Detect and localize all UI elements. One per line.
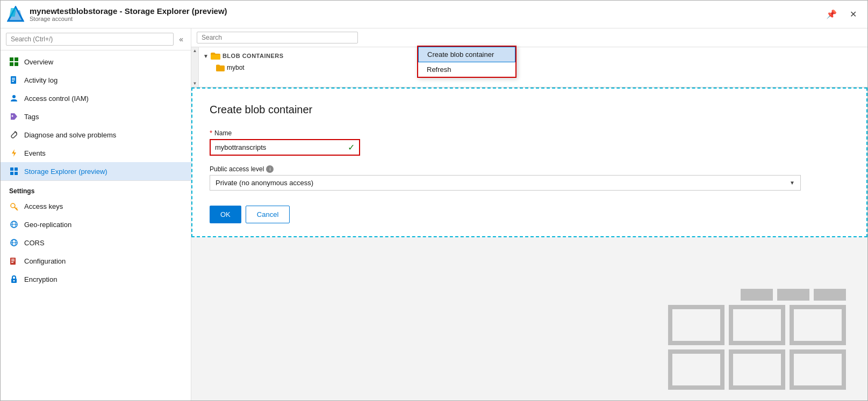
cancel-button[interactable]: Cancel (246, 206, 290, 223)
tree-collapse-arrow: ▼ (203, 53, 209, 59)
blob-containers-label: BLOB CONTAINERS (223, 53, 284, 59)
grid-cell-2 (729, 305, 785, 345)
dialog-title: Create blob container (210, 104, 849, 116)
top-bar-2 (777, 289, 809, 301)
svg-rect-18 (15, 172, 18, 175)
svg-rect-6 (15, 62, 18, 66)
tree-body: ▲ ▼ ▼ (191, 47, 867, 87)
sidebar-item-overview-label: Overview (24, 58, 53, 66)
sidebar-item-geo-replication-label: Geo-replication (24, 221, 71, 229)
title-bar: mynewtestblobstorage - Storage Explorer … (1, 1, 867, 28)
window-subtitle: Storage account (30, 16, 822, 22)
svg-marker-14 (12, 149, 16, 157)
pin-button[interactable]: 📌 (822, 7, 841, 21)
sidebar-item-configuration[interactable]: Configuration (1, 252, 191, 270)
title-bar-text: mynewtestblobstorage - Storage Explorer … (30, 6, 822, 22)
window-title: mynewtestblobstorage - Storage Explorer … (30, 6, 822, 16)
main-layout: « Overview (1, 28, 867, 400)
svg-point-11 (12, 95, 16, 98)
access-select-wrapper[interactable]: Private (no anonymous access) Blob (anon… (210, 175, 801, 191)
search-box: « (1, 28, 191, 50)
tree-nodes: ▼ BLOB CONTAINERS (199, 47, 867, 87)
svg-line-21 (16, 208, 17, 209)
sidebar-item-access-control-label: Access control (IAM) (24, 94, 89, 103)
name-input[interactable] (215, 143, 346, 151)
bolt-icon (9, 148, 19, 158)
name-label: * Name (210, 129, 849, 137)
ok-button[interactable]: OK (210, 206, 241, 223)
scroll-up-arrow[interactable]: ▲ (192, 47, 198, 54)
sidebar: « Overview (1, 28, 191, 400)
doc-icon (9, 75, 19, 85)
mybot-node[interactable]: mybot (199, 62, 867, 73)
svg-rect-32 (11, 262, 13, 263)
bottom-illustration-area (191, 237, 867, 400)
scroll-down-arrow[interactable]: ▼ (192, 80, 198, 87)
sidebar-item-storage-explorer[interactable]: Storage Explorer (preview) (1, 162, 191, 180)
search-input[interactable] (6, 33, 174, 46)
grid-illustration (668, 289, 846, 390)
grid-cell-3 (790, 305, 846, 345)
context-menu-item-create-blob[interactable]: Create blob container (418, 47, 515, 62)
svg-rect-5 (10, 62, 13, 66)
grid-cell-5 (729, 349, 785, 390)
sidebar-item-storage-explorer-label: Storage Explorer (preview) (24, 167, 107, 176)
access-label-text: Public access level (210, 165, 264, 173)
context-menu-item-refresh[interactable]: Refresh (418, 62, 515, 77)
key-icon (9, 201, 19, 211)
app-window: mynewtestblobstorage - Storage Explorer … (0, 0, 868, 401)
svg-rect-15 (10, 167, 13, 171)
sidebar-item-tags-label: Tags (24, 113, 39, 121)
access-select[interactable]: Private (no anonymous access) Blob (anon… (216, 179, 790, 187)
tree-search-input[interactable] (197, 32, 358, 43)
sidebar-item-activity-log[interactable]: Activity log (1, 71, 191, 89)
close-button[interactable]: ✕ (845, 7, 861, 21)
svg-point-34 (13, 280, 15, 282)
valid-checkmark-icon: ✓ (348, 142, 355, 152)
sidebar-item-cors[interactable]: CORS (1, 234, 191, 252)
grid-icon (9, 57, 19, 67)
top-bar-row (741, 289, 846, 301)
sidebar-item-diagnose[interactable]: Diagnose and solve problems (1, 126, 191, 144)
sidebar-item-encryption[interactable]: Encryption (1, 270, 191, 288)
sidebar-item-events[interactable]: Events (1, 144, 191, 162)
svg-rect-17 (10, 172, 13, 175)
select-dropdown-icon: ▼ (790, 180, 795, 186)
sidebar-item-geo-replication[interactable]: Geo-replication (1, 215, 191, 234)
nav-items: Overview Activity log (1, 50, 191, 400)
sidebar-item-tags[interactable]: Tags (1, 107, 191, 126)
sidebar-item-access-keys[interactable]: Access keys (1, 197, 191, 215)
grid-cell-1 (668, 305, 724, 345)
svg-rect-4 (15, 57, 18, 61)
svg-rect-9 (12, 79, 15, 81)
top-bar-1 (741, 289, 773, 301)
svg-rect-16 (15, 167, 18, 171)
svg-rect-3 (10, 57, 13, 61)
lock-icon (9, 274, 19, 284)
cors-icon (9, 238, 19, 247)
content-right: ▲ ▼ ▼ (191, 28, 867, 400)
svg-point-12 (12, 115, 13, 117)
title-bar-controls: 📌 ✕ (822, 7, 861, 21)
tree-search (197, 32, 358, 43)
dialog-panel: Create blob container * Name ✓ (191, 88, 867, 237)
sidebar-item-overview[interactable]: Overview (1, 53, 191, 71)
config-icon (9, 256, 19, 266)
svg-rect-10 (12, 81, 14, 82)
name-input-wrapper: ✓ (210, 139, 360, 156)
collapse-button[interactable]: « (177, 33, 185, 46)
storage-explorer-icon (9, 166, 19, 176)
tag-icon (9, 112, 19, 121)
wrench-icon (9, 130, 19, 140)
tree-header (191, 28, 867, 47)
access-label: Public access level i (210, 165, 849, 173)
grid-cell-6 (790, 349, 846, 390)
top-bar-3 (814, 289, 846, 301)
sidebar-item-configuration-label: Configuration (24, 257, 66, 265)
sidebar-item-access-control[interactable]: Access control (IAM) (1, 89, 191, 107)
sidebar-item-diagnose-label: Diagnose and solve problems (24, 131, 116, 139)
access-level-field: Public access level i Private (no anonym… (210, 165, 849, 191)
sidebar-item-events-label: Events (24, 149, 46, 157)
blob-containers-node[interactable]: ▼ BLOB CONTAINERS (199, 49, 867, 62)
grid-cells (668, 305, 846, 390)
